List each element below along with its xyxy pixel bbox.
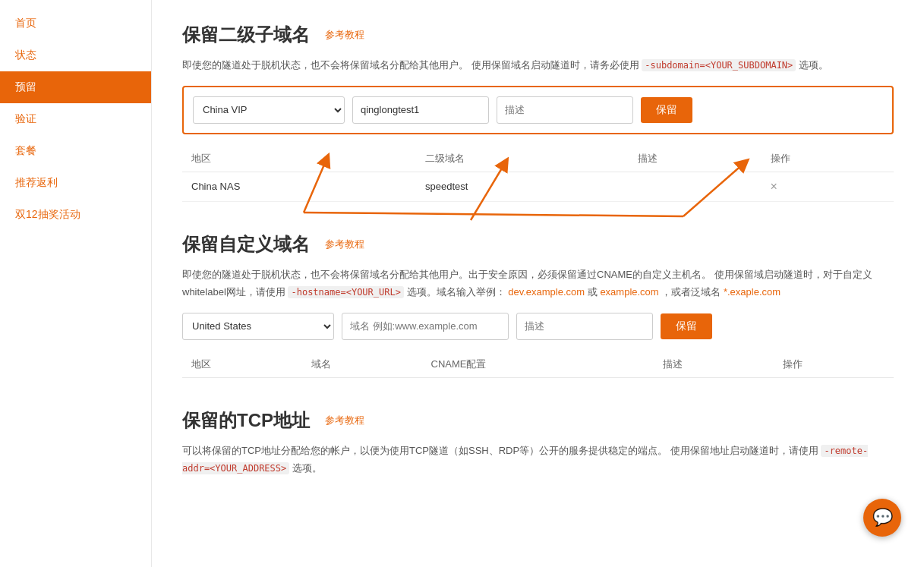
tcp-ref-link[interactable]: 参考教程 (325, 414, 364, 427)
custom-domain-form-row: United States China VIP China NAS Japan … (182, 313, 894, 340)
col-region: 地区 (182, 351, 302, 378)
subdomain-desc: 即使您的隧道处于脱机状态，也不会将保留域名分配给其他用户。 使用保留域名启动隧道… (182, 56, 894, 74)
row-desc (629, 172, 761, 201)
custom-domain-table: 地区 域名 CNAME配置 描述 操作 (182, 351, 894, 378)
sidebar: 首页 状态 预留 验证 套餐 推荐返利 双12抽奖活动 (0, 0, 152, 567)
subdomain-form-box: China VIP China NAS United States Japan … (182, 86, 894, 134)
table-row: China NAS speedtest × (182, 172, 894, 201)
subdomain-region-select[interactable]: China VIP China NAS United States Japan (193, 96, 345, 124)
col-region: 地区 (182, 146, 416, 172)
delete-button[interactable]: × (771, 180, 777, 194)
row-region: China NAS (182, 172, 416, 201)
row-subdomain: speedtest (416, 172, 629, 201)
custom-domain-desc-input[interactable] (516, 313, 653, 340)
col-cname: CNAME配置 (422, 351, 654, 378)
custom-domain-section: 保留自定义域名 参考教程 即使您的隧道处于脱机状态，也不会将保留域名分配给其他用… (182, 232, 894, 378)
col-action: 操作 (774, 351, 894, 378)
col-subdomain: 二级域名 (416, 146, 629, 172)
custom-domain-region-select[interactable]: United States China VIP China NAS Japan (182, 313, 334, 340)
col-desc: 描述 (654, 351, 774, 378)
sidebar-item-referral[interactable]: 推荐返利 (0, 167, 151, 199)
col-domain: 域名 (302, 351, 422, 378)
custom-domain-save-button[interactable]: 保留 (661, 313, 712, 339)
chat-button[interactable]: 💬 (863, 499, 901, 537)
subdomain-section: 保留二级子域名 参考教程 即使您的隧道处于脱机状态，也不会将保留域名分配给其他用… (182, 23, 894, 202)
subdomain-ref-link[interactable]: 参考教程 (325, 28, 364, 42)
subdomain-table: 地区 二级域名 描述 操作 China NAS speedtest × (182, 146, 894, 202)
sidebar-item-verify[interactable]: 验证 (0, 103, 151, 135)
subdomain-save-button[interactable]: 保留 (641, 97, 692, 123)
custom-domain-input[interactable] (342, 313, 509, 340)
col-desc: 描述 (629, 146, 761, 172)
subdomain-desc-input[interactable] (497, 96, 633, 124)
subdomain-title: 保留二级子域名 (182, 23, 310, 47)
sidebar-item-package[interactable]: 套餐 (0, 135, 151, 167)
row-action: × (762, 172, 894, 201)
chat-icon: 💬 (872, 508, 893, 528)
sidebar-item-reserve[interactable]: 预留 (0, 71, 151, 103)
sidebar-item-home[interactable]: 首页 (0, 8, 151, 39)
custom-domain-desc: 即使您的隧道处于脱机状态，也不会将保留域名分配给其他用户。出于安全原因，必须保留… (182, 266, 894, 301)
col-action: 操作 (762, 146, 894, 172)
subdomain-header: 保留二级子域名 参考教程 (182, 23, 894, 47)
tcp-header: 保留的TCP地址 参考教程 (182, 408, 894, 433)
sidebar-item-lottery[interactable]: 双12抽奖活动 (0, 199, 151, 231)
custom-domain-title: 保留自定义域名 (182, 232, 310, 257)
tcp-desc: 可以将保留的TCP地址分配给您的帐户，以便为使用TCP隧道（如SSH、RDP等）… (182, 442, 894, 477)
subdomain-input[interactable] (352, 96, 489, 124)
custom-domain-header: 保留自定义域名 参考教程 (182, 232, 894, 257)
custom-domain-ref-link[interactable]: 参考教程 (325, 238, 364, 251)
tcp-title: 保留的TCP地址 (182, 408, 310, 433)
main-content: 保留二级子域名 参考教程 即使您的隧道处于脱机状态，也不会将保留域名分配给其他用… (152, 0, 924, 567)
tcp-section: 保留的TCP地址 参考教程 可以将保留的TCP地址分配给您的帐户，以便为使用TC… (182, 408, 894, 477)
sidebar-item-status[interactable]: 状态 (0, 39, 151, 71)
